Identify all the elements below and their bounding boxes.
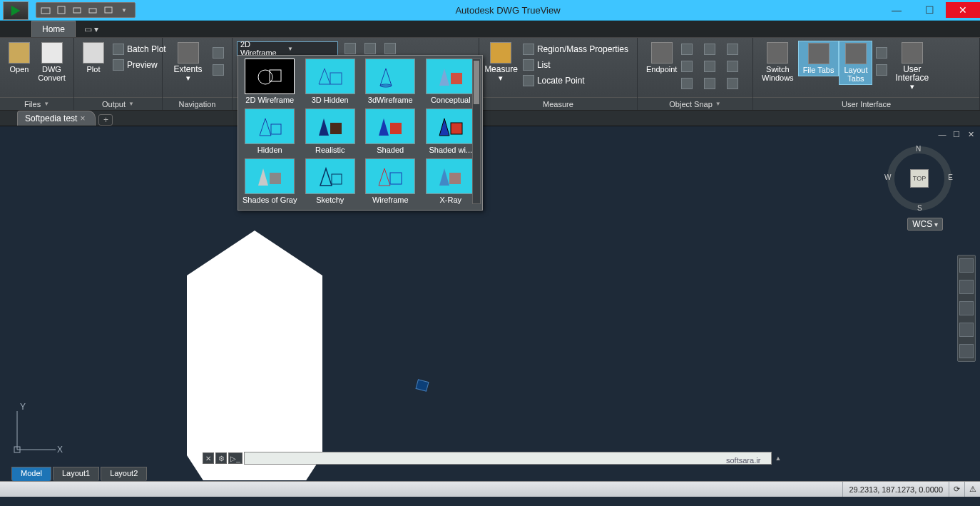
tab-home[interactable]: Home xyxy=(31,21,76,37)
osnap-tangent-icon[interactable] xyxy=(727,78,738,89)
svg-marker-14 xyxy=(260,118,271,136)
cmd-history-button[interactable]: ▲ xyxy=(773,455,783,462)
nav-orbit-button[interactable] xyxy=(959,323,974,337)
viewcube[interactable]: TOP N S E W xyxy=(887,146,951,211)
minimize-button[interactable]: — xyxy=(880,2,913,18)
pan-button[interactable] xyxy=(210,45,226,61)
qat-dropdown-icon[interactable]: ▼ xyxy=(118,4,131,16)
osnap-extension-icon[interactable] xyxy=(727,61,738,72)
ribbon-tabstrip: Home ▭ ▾ xyxy=(0,21,980,38)
gallery-item-shaded[interactable]: Shaded xyxy=(362,108,419,154)
app-menu-button[interactable] xyxy=(3,1,29,20)
gallery-item-shaded-with-edges[interactable]: Shaded wi... xyxy=(422,108,480,154)
ui-tool2-button[interactable] xyxy=(874,62,889,78)
command-input[interactable] xyxy=(244,452,772,465)
switch-windows-button[interactable]: Switch Windows xyxy=(757,41,798,84)
folder-open-icon xyxy=(9,42,30,64)
wcs-dropdown[interactable]: WCS ▾ xyxy=(907,218,943,231)
batch-plot-button[interactable]: Batch Plot xyxy=(110,42,169,56)
command-line: ✕ ⚙ ▷_ ▲ xyxy=(203,451,783,465)
gallery-item-3dwireframe[interactable]: 3dWireframe xyxy=(362,59,419,104)
nav-showmotion-button[interactable] xyxy=(959,344,974,358)
qat-save-icon[interactable] xyxy=(55,4,68,16)
endpoint-button[interactable]: Endpoint xyxy=(642,41,681,75)
layout-tab-model[interactable]: Model xyxy=(11,467,51,481)
nav-wheel-button[interactable] xyxy=(959,258,974,273)
osnap-quadrant-icon[interactable] xyxy=(681,61,693,72)
gallery-item-hidden[interactable]: Hidden xyxy=(241,108,299,154)
vs-tool2-button[interactable] xyxy=(362,41,378,56)
layout-tabs-icon xyxy=(845,43,867,64)
qat-plot-icon[interactable] xyxy=(71,4,83,16)
measure-button[interactable]: Measure▾ xyxy=(484,41,519,84)
gallery-item-wireframe[interactable]: Wireframe xyxy=(362,158,419,204)
cmd-close-button[interactable]: ✕ xyxy=(203,452,214,464)
viewport-maximize-button[interactable]: ☐ xyxy=(951,129,961,139)
svg-marker-24 xyxy=(320,168,332,186)
user-interface-button[interactable]: User Interface▾ xyxy=(891,41,933,92)
nav-zoom-button[interactable] xyxy=(959,301,974,315)
status-sync-icon[interactable]: ⟳ xyxy=(949,482,964,497)
extents-button[interactable]: Extents ▾ xyxy=(167,41,209,84)
panel-osnap-title[interactable]: Object Snap xyxy=(638,97,752,110)
vs-tool1-button[interactable] xyxy=(342,41,358,56)
osnap-intersection-icon[interactable] xyxy=(704,61,715,72)
close-button[interactable]: ✕ xyxy=(946,2,980,18)
gallery-item-realistic[interactable]: Realistic xyxy=(302,108,359,154)
visual-style-dropdown[interactable]: 2D Wireframe▼ xyxy=(237,41,338,56)
status-tray-icon[interactable]: ⚠ xyxy=(964,482,980,497)
qat-open-icon[interactable] xyxy=(39,4,52,16)
svg-marker-16 xyxy=(319,118,329,136)
layout-tabs-toggle[interactable]: Layout Tabs xyxy=(839,41,872,85)
file-tabs-icon xyxy=(808,43,830,64)
svg-rect-17 xyxy=(330,123,342,134)
plot-button[interactable]: Plot xyxy=(78,41,108,75)
qat-print-icon[interactable] xyxy=(86,4,99,16)
nav-pan-button[interactable] xyxy=(959,280,974,294)
file-tab[interactable]: Softpedia test × xyxy=(17,111,96,126)
viewport-close-button[interactable]: ✕ xyxy=(966,129,976,139)
maximize-button[interactable]: ☐ xyxy=(913,2,946,18)
osnap-insertion-icon[interactable] xyxy=(681,78,693,89)
add-tab-button[interactable]: + xyxy=(98,114,113,126)
svg-marker-8 xyxy=(319,69,330,84)
panel-files-title[interactable]: Files xyxy=(0,97,73,110)
cmd-config-button[interactable]: ⚙ xyxy=(215,452,227,464)
gallery-item-xray[interactable]: X-Ray xyxy=(422,158,480,204)
gallery-item-conceptual[interactable]: Conceptual xyxy=(422,59,480,104)
panel-output-title[interactable]: Output xyxy=(74,97,162,110)
gallery-item-shades-of-gray[interactable]: Shades of Gray xyxy=(241,158,299,204)
gallery-item-3d-hidden[interactable]: 3D Hidden xyxy=(302,59,359,104)
qat-publish-icon[interactable] xyxy=(102,4,115,16)
region-properties-button[interactable]: Region/Mass Properties xyxy=(520,42,631,56)
vs-tool3-button[interactable] xyxy=(382,41,398,56)
orbit-button[interactable] xyxy=(210,62,226,78)
gallery-item-sketchy[interactable]: Sketchy xyxy=(302,158,359,204)
ui-tool1-button[interactable] xyxy=(874,45,889,61)
file-tabs-bar: Softpedia test × + xyxy=(0,111,980,126)
list-button[interactable]: List xyxy=(520,58,631,72)
panel-navigation-title: Navigation xyxy=(163,97,232,110)
gallery-item-2d-wireframe[interactable]: 2D Wireframe xyxy=(241,59,299,104)
dwg-convert-button[interactable]: DWG Convert xyxy=(34,41,69,84)
osnap-perp-icon[interactable] xyxy=(704,78,715,89)
viewport-minimize-button[interactable]: — xyxy=(937,129,947,139)
ribbon-overflow-button[interactable]: ▭ ▾ xyxy=(77,21,106,37)
layout-tab-layout1[interactable]: Layout1 xyxy=(53,467,99,481)
preview-button[interactable]: Preview xyxy=(110,58,169,72)
layout-tab-layout2[interactable]: Layout2 xyxy=(101,467,147,481)
quick-access-toolbar: ▼ xyxy=(36,2,136,18)
open-button[interactable]: Open xyxy=(4,41,34,75)
locate-point-button[interactable]: Locate Point xyxy=(520,74,631,88)
orbit-icon xyxy=(213,64,224,76)
gallery-scrollbar[interactable] xyxy=(472,59,481,204)
file-tab-close-icon[interactable]: × xyxy=(80,113,85,123)
osnap-center-icon[interactable] xyxy=(704,44,715,55)
viewcube-top-face[interactable]: TOP xyxy=(910,169,929,188)
drawing-canvas[interactable]: — ☐ ✕ TOP N S E W WCS ▾ Y X ✕ ⚙ ▷_ ▲ xyxy=(0,126,980,481)
svg-text:Y: Y xyxy=(20,402,26,412)
osnap-node-icon[interactable] xyxy=(727,44,738,55)
osnap-midpoint-icon[interactable] xyxy=(681,44,693,55)
svg-rect-13 xyxy=(451,73,462,84)
file-tabs-toggle[interactable]: File Tabs xyxy=(798,41,839,76)
